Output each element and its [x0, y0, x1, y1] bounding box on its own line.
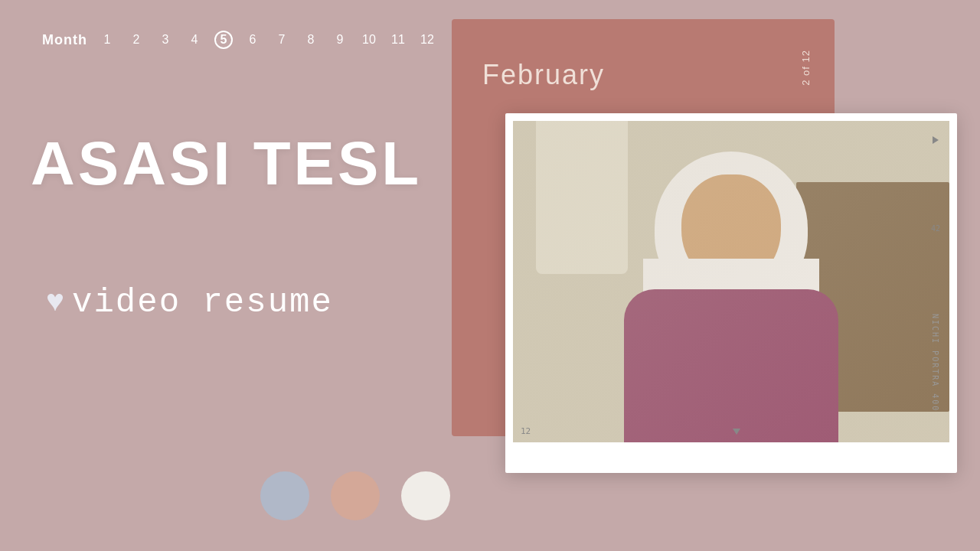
month-9[interactable]: 9 — [331, 31, 349, 49]
month-1[interactable]: 1 — [98, 31, 116, 49]
polaroid-frame: 12 42 NICHI PORTRA 400 — [505, 113, 957, 473]
film-triangle-right — [933, 136, 939, 144]
film-strip-right: 42 NICHI PORTRA 400 — [931, 136, 940, 412]
month-4[interactable]: 4 — [185, 31, 204, 49]
circle-dusty-pink — [331, 471, 380, 520]
month-10[interactable]: 10 — [360, 31, 378, 49]
photo-content: 12 42 NICHI PORTRA 400 — [513, 121, 949, 442]
film-brand: NICHI PORTRA 400 — [931, 314, 939, 412]
month-8[interactable]: 8 — [302, 31, 320, 49]
photo-overlay — [513, 121, 949, 442]
film-number-right: 42 — [931, 224, 940, 233]
film-number-left: 12 — [521, 426, 531, 436]
heart-icon: ♥ — [46, 285, 66, 320]
month-3[interactable]: 3 — [156, 31, 175, 49]
subtitle-area: ♥ video resume — [46, 283, 333, 321]
circle-blue-grey — [260, 471, 309, 520]
month-label: Month — [42, 32, 87, 48]
month-display: February — [482, 59, 605, 91]
film-strip-bottom: 12 — [521, 426, 942, 436]
month-11[interactable]: 11 — [389, 31, 407, 49]
subtitle-text: video resume — [72, 283, 333, 321]
month-12[interactable]: 12 — [418, 31, 436, 49]
month-navigation: Month 1 2 3 4 5 6 7 8 9 10 11 12 — [42, 31, 436, 49]
film-counter: 2 of 12 — [800, 50, 812, 86]
film-triangle-left — [733, 429, 740, 435]
month-2[interactable]: 2 — [127, 31, 145, 49]
month-6[interactable]: 6 — [243, 31, 262, 49]
circle-off-white — [401, 471, 450, 520]
main-title: ASASI TESL — [31, 130, 422, 197]
month-5-active[interactable]: 5 — [214, 31, 233, 49]
color-palette — [260, 471, 450, 520]
month-7[interactable]: 7 — [273, 31, 291, 49]
